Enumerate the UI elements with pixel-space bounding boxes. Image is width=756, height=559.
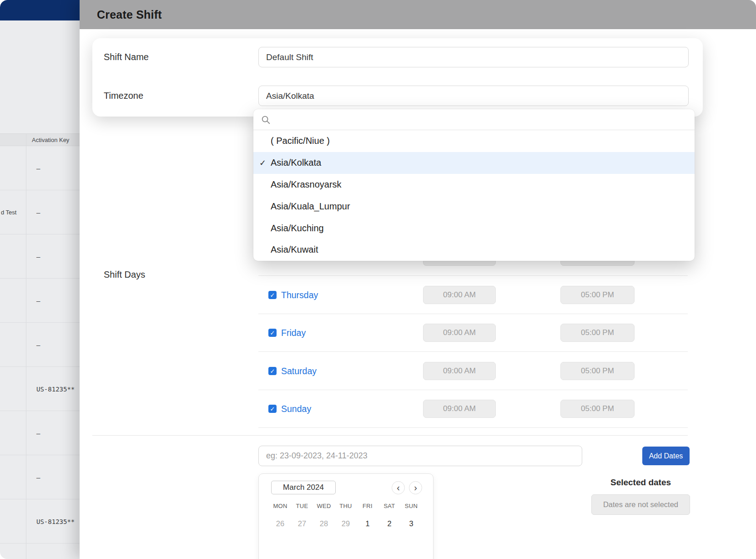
calendar-day[interactable]: 27 bbox=[291, 519, 313, 528]
shift-days-label: Shift Days bbox=[104, 269, 145, 280]
table-cell: – bbox=[36, 411, 80, 455]
panel-title: Create Shift bbox=[97, 8, 162, 21]
table-cell bbox=[1, 279, 25, 323]
table-cell bbox=[1, 367, 25, 411]
table-row: – bbox=[0, 411, 80, 455]
calendar-day[interactable]: 29 bbox=[335, 519, 357, 528]
timezone-option-label: Asia/Kuching bbox=[271, 223, 324, 234]
table-row: – bbox=[0, 323, 80, 367]
shift-name-input[interactable] bbox=[258, 47, 689, 67]
table-cell: – bbox=[36, 323, 80, 367]
table-row: – bbox=[0, 146, 80, 190]
background-table-header: Activation Key bbox=[0, 133, 80, 146]
table-cell: – bbox=[36, 190, 80, 234]
table-cell: d Test bbox=[1, 190, 25, 234]
table-row: – bbox=[0, 455, 80, 499]
background-page: Activation Key – d Test – – – – US-81235… bbox=[0, 0, 80, 559]
calendar-day[interactable]: 3 bbox=[400, 519, 422, 528]
shift-name-label: Shift Name bbox=[104, 47, 149, 67]
end-time-button[interactable]: 05:00 PM bbox=[560, 362, 635, 380]
shift-form-card: Shift Name Timezone bbox=[92, 38, 703, 117]
table-cell bbox=[1, 499, 25, 544]
calendar-date-row: 26 27 28 29 1 2 3 bbox=[269, 519, 422, 528]
end-time-button[interactable]: 05:00 PM bbox=[560, 400, 635, 418]
table-cell bbox=[1, 455, 25, 499]
timezone-option[interactable]: Asia/Kuala_Lumpur bbox=[253, 195, 695, 217]
table-row: d Test – bbox=[0, 190, 80, 234]
timezone-label: Timezone bbox=[104, 86, 143, 106]
timezone-option[interactable]: Asia/Krasnoyarsk bbox=[253, 174, 695, 196]
day-label[interactable]: Friday bbox=[281, 314, 306, 352]
date-picker-calendar: March 2024 ‹ › MON TUE WED THU FRI SAT S… bbox=[258, 473, 433, 559]
table-cell bbox=[1, 146, 25, 190]
start-time-button[interactable]: 09:00 AM bbox=[423, 362, 496, 380]
add-dates-button[interactable]: Add Dates bbox=[642, 447, 690, 465]
timezone-option-label: Asia/Krasnoyarsk bbox=[271, 179, 342, 190]
calendar-prev-button[interactable]: ‹ bbox=[392, 481, 405, 494]
table-cell bbox=[1, 234, 25, 279]
calendar-month-selector[interactable]: March 2024 bbox=[271, 481, 336, 494]
table-cell: – bbox=[36, 279, 80, 323]
check-icon: ✓ bbox=[270, 330, 275, 336]
chevron-left-icon: ‹ bbox=[397, 483, 400, 492]
timezone-option[interactable]: Asia/Kuching bbox=[253, 217, 695, 239]
check-icon: ✓ bbox=[270, 292, 275, 299]
weekday-label: MON bbox=[269, 503, 291, 509]
timezone-option[interactable]: ( Pacific/Niue ) bbox=[253, 130, 695, 152]
calendar-day[interactable]: 26 bbox=[269, 519, 291, 528]
start-time-button[interactable]: 09:00 AM bbox=[423, 286, 496, 304]
day-label[interactable]: Thursday bbox=[281, 276, 318, 314]
table-row: – bbox=[0, 234, 80, 279]
selected-dates-label: Selected dates bbox=[610, 478, 671, 487]
calendar-day[interactable]: 1 bbox=[357, 519, 378, 528]
search-icon bbox=[261, 115, 271, 125]
section-divider bbox=[92, 435, 688, 436]
day-checkbox-checked-icon[interactable]: ✓ bbox=[268, 329, 277, 337]
weekday-label: SAT bbox=[378, 503, 400, 509]
day-checkbox-checked-icon[interactable]: ✓ bbox=[268, 291, 277, 299]
table-cell: US-81235** bbox=[36, 499, 80, 544]
calendar-day[interactable]: 28 bbox=[313, 519, 335, 528]
table-row: US-81235** bbox=[0, 367, 80, 411]
timezone-option-label: Asia/Kolkata bbox=[271, 158, 321, 168]
day-label[interactable]: Saturday bbox=[281, 352, 317, 390]
timezone-option[interactable]: Asia/Kuwait bbox=[253, 239, 695, 261]
weekday-label: WED bbox=[313, 503, 335, 509]
day-checkbox-checked-icon[interactable]: ✓ bbox=[268, 367, 277, 375]
start-time-button[interactable]: 09:00 AM bbox=[423, 400, 496, 418]
timezone-option-selected[interactable]: ✓ Asia/Kolkata bbox=[253, 152, 695, 174]
end-time-button[interactable]: 05:00 PM bbox=[560, 324, 635, 342]
weekday-label: SUN bbox=[400, 503, 422, 509]
table-cell: – bbox=[36, 234, 80, 279]
table-cell: – bbox=[36, 146, 80, 190]
table-row: – bbox=[0, 279, 80, 323]
shift-day-row: ✓ Saturday 09:00 AM 05:00 PM bbox=[258, 352, 688, 390]
custom-dates-input[interactable] bbox=[258, 446, 582, 466]
check-icon: ✓ bbox=[270, 406, 275, 412]
shift-day-row: ✓ Thursday 09:00 AM 05:00 PM bbox=[258, 276, 688, 314]
timezone-input[interactable] bbox=[258, 86, 689, 106]
table-cell bbox=[1, 323, 25, 367]
timezone-option-label: Asia/Kuwait bbox=[271, 244, 318, 255]
timezone-option-label: Asia/Kuala_Lumpur bbox=[271, 201, 350, 212]
no-dates-selected-box: Dates are not selected bbox=[591, 494, 690, 515]
shift-day-row: ✓ Friday 09:00 AM 05:00 PM bbox=[258, 314, 688, 352]
start-time-button[interactable]: 09:00 AM bbox=[423, 324, 496, 342]
timezone-dropdown: ( Pacific/Niue ) ✓ Asia/Kolkata Asia/Kra… bbox=[253, 109, 695, 261]
table-cell bbox=[1, 411, 25, 455]
weekday-label: THU bbox=[335, 503, 357, 509]
end-time-button[interactable]: 05:00 PM bbox=[560, 286, 635, 304]
check-icon: ✓ bbox=[259, 158, 266, 168]
day-checkbox-checked-icon[interactable]: ✓ bbox=[268, 405, 277, 413]
calendar-next-button[interactable]: › bbox=[409, 481, 422, 494]
weekday-label: FRI bbox=[357, 503, 378, 509]
weekday-label: TUE bbox=[291, 503, 313, 509]
calendar-day[interactable]: 2 bbox=[378, 519, 400, 528]
panel-header: Create Shift bbox=[80, 0, 756, 29]
timezone-search-input[interactable] bbox=[253, 109, 695, 130]
calendar-weekday-header: MON TUE WED THU FRI SAT SUN bbox=[269, 503, 422, 509]
table-cell: US-81235** bbox=[36, 367, 80, 411]
check-icon: ✓ bbox=[270, 368, 275, 375]
table-row: US-81235** bbox=[0, 499, 80, 544]
day-label[interactable]: Sunday bbox=[281, 390, 311, 428]
